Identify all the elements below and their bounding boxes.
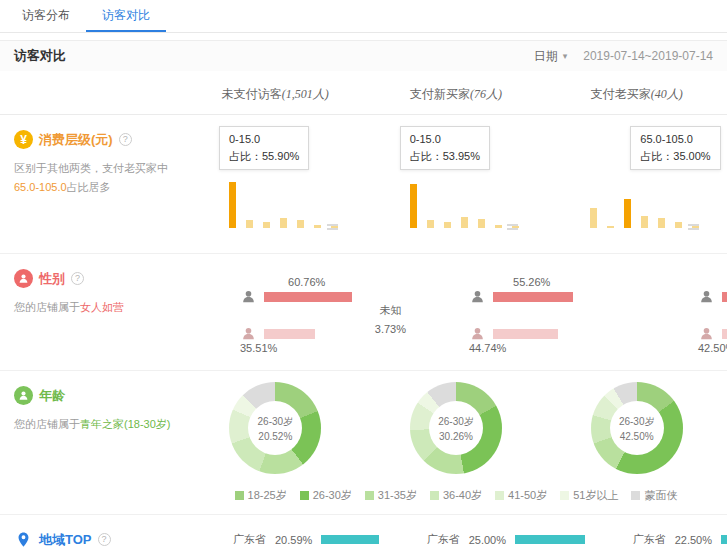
male-bar xyxy=(722,329,727,339)
consume-bar-chart[interactable] xyxy=(229,180,338,228)
tab-visitor-comparison[interactable]: 访客对比 xyxy=(86,0,166,32)
date-filter-label: 日期 xyxy=(534,48,558,65)
donut-center-percent: 42.50% xyxy=(620,431,654,442)
page-title: 访客对比 xyxy=(14,47,66,65)
panel-header: 访客对比 日期 ▾ 2019-07-14~2019-07-14 xyxy=(0,41,727,71)
female-bar xyxy=(264,292,352,302)
age-donut-chart[interactable]: 26-30岁 20.52% xyxy=(229,382,321,474)
date-range-value[interactable]: 2019-07-14~2019-07-14 xyxy=(583,49,713,63)
chart-tooltip: 65.0-105.0 占比：35.00% xyxy=(630,126,720,170)
legend-item: 31-35岁 xyxy=(365,488,417,503)
tooltip-percent: 占比：55.90% xyxy=(229,148,299,165)
row-age: 年龄 您的店铺属于青年之家(18-30岁) 26-30岁 20.52% xyxy=(0,371,727,515)
female-bar xyxy=(493,292,573,302)
female-bar xyxy=(722,292,727,302)
donut-center-percent: 20.52% xyxy=(258,431,292,442)
consume-bar-chart[interactable] xyxy=(590,180,699,228)
consume-chart-unpaid[interactable]: 0-15.0 占比：55.90% xyxy=(185,126,366,242)
legend-item: 18-25岁 xyxy=(235,488,287,503)
row-region-top: 地域TOP ? 您的访客聚集在广东省 广东省 20.59% 浙江省 11.06%… xyxy=(0,515,727,553)
column-header-new-buyers: 支付新买家(76人) xyxy=(366,86,547,103)
row-title: 年龄 xyxy=(39,387,65,405)
donut-center-label: 26-30岁 xyxy=(258,415,294,429)
consume-bar xyxy=(624,199,631,228)
gender-label: 性别 ? 您的店铺属于女人如营 xyxy=(0,265,185,317)
help-icon[interactable]: ? xyxy=(119,133,132,146)
age-chart-new-buyers[interactable]: 26-30岁 30.26% xyxy=(366,382,547,474)
consume-bar-chart[interactable] xyxy=(410,180,519,228)
axis-marks xyxy=(688,224,699,230)
column-header-row: 未支付访客(1,501人) 支付新买家(76人) 支付老买家(40人) xyxy=(0,71,727,115)
tooltip-range: 0-15.0 xyxy=(410,131,480,148)
tooltip-range: 0-15.0 xyxy=(229,131,299,148)
consume-bar xyxy=(410,184,417,228)
legend-item: 41-50岁 xyxy=(495,488,547,503)
consume-bar xyxy=(263,222,270,228)
help-icon[interactable]: ? xyxy=(98,533,111,546)
consume-bar xyxy=(297,220,304,228)
female-percent: 60.76% xyxy=(288,276,325,288)
legend-item: 36-40岁 xyxy=(430,488,482,503)
date-filter-dropdown[interactable]: 日期 ▾ xyxy=(534,48,568,65)
male-bar xyxy=(493,329,558,339)
row-description: 区别于其他两类，支付老买家中65.0-105.0占比居多 xyxy=(14,159,176,198)
consume-bar xyxy=(658,218,665,228)
gender-icon xyxy=(14,269,33,288)
axis-marks xyxy=(507,224,518,230)
legend-item: 26-30岁 xyxy=(300,488,352,503)
consume-bar xyxy=(427,220,434,228)
column-header-old-buyers: 支付老买家(40人) xyxy=(546,86,727,103)
male-percent: 35.51% xyxy=(240,342,277,354)
help-icon[interactable]: ? xyxy=(71,272,84,285)
donut-center: 26-30岁 42.50% xyxy=(610,401,664,455)
region-bar xyxy=(321,535,379,544)
region-row: 广东省 25.00% xyxy=(427,532,585,547)
region-bar xyxy=(721,535,727,544)
row-title: 地域TOP xyxy=(39,531,92,549)
female-icon xyxy=(470,289,485,304)
row-description: 您的店铺属于女人如营 xyxy=(14,298,185,317)
top-tab-bar: 访客分布 访客对比 xyxy=(0,0,727,33)
consume-bar xyxy=(675,222,682,228)
tooltip-percent: 占比：35.00% xyxy=(640,148,710,165)
yuan-icon: ¥ xyxy=(14,130,33,149)
region-chart-old-buyers[interactable]: 广东省 22.50% 福建省 12.50% xyxy=(585,526,727,553)
age-chart-old-buyers[interactable]: 26-30岁 42.50% xyxy=(546,382,727,474)
tooltip-range: 65.0-105.0 xyxy=(640,131,710,148)
consume-bar xyxy=(590,208,597,229)
region-row: 广东省 22.50% xyxy=(633,532,727,547)
row-consume-level: ¥ 消费层级(元) ? 区别于其他两类，支付老买家中65.0-105.0占比居多… xyxy=(0,115,727,254)
gender-chart-old-buyers[interactable]: 55.00% 42.50% 未知 2.50% xyxy=(643,265,727,359)
consume-chart-old-buyers[interactable]: 65.0-105.0 占比：35.00% xyxy=(546,126,727,242)
age-donut-chart[interactable]: 26-30岁 30.26% xyxy=(410,382,502,474)
donut-center-percent: 30.26% xyxy=(439,431,473,442)
male-icon xyxy=(470,326,485,341)
donut-center-label: 26-30岁 xyxy=(438,415,474,429)
region-chart-new-buyers[interactable]: 广东省 25.00% 浙江省 11.84% xyxy=(379,526,585,553)
row-description: 您的店铺属于青年之家(18-30岁) xyxy=(14,415,185,434)
unknown-gender-block: 未知 3.73% xyxy=(375,301,406,338)
consume-bar xyxy=(607,226,614,228)
region-chart-unpaid[interactable]: 广东省 20.59% 浙江省 11.06% xyxy=(185,526,379,553)
row-gender: 性别 ? 您的店铺属于女人如营 60.76% 35.51% 未知 3.73% xyxy=(0,254,727,371)
age-donut-chart[interactable]: 26-30岁 42.50% xyxy=(591,382,683,474)
gender-chart-unpaid[interactable]: 60.76% 35.51% 未知 3.73% xyxy=(185,265,414,359)
region-bar xyxy=(515,535,585,544)
female-icon xyxy=(241,289,256,304)
tab-visitor-distribution[interactable]: 访客分布 xyxy=(6,0,86,32)
donut-center: 26-30岁 20.52% xyxy=(248,401,302,455)
age-chart-unpaid[interactable]: 26-30岁 20.52% xyxy=(185,382,366,474)
tooltip-percent: 占比：53.95% xyxy=(410,148,480,165)
location-pin-icon xyxy=(14,530,33,549)
consume-chart-new-buyers[interactable]: 0-15.0 占比：53.95% xyxy=(366,126,547,242)
gender-chart-new-buyers[interactable]: 55.26% 44.74% xyxy=(414,265,643,359)
row-title: 性别 xyxy=(39,270,65,288)
consume-bar xyxy=(314,225,321,228)
donut-center-label: 26-30岁 xyxy=(619,415,655,429)
consume-bar xyxy=(495,225,502,228)
consume-bar xyxy=(641,216,648,228)
female-percent: 55.26% xyxy=(513,276,550,288)
legend-item: 51岁以上 xyxy=(560,488,618,503)
region-label: 地域TOP ? 您的访客聚集在广东省 xyxy=(0,526,185,553)
consume-level-label: ¥ 消费层级(元) ? 区别于其他两类，支付老买家中65.0-105.0占比居多 xyxy=(0,126,185,198)
